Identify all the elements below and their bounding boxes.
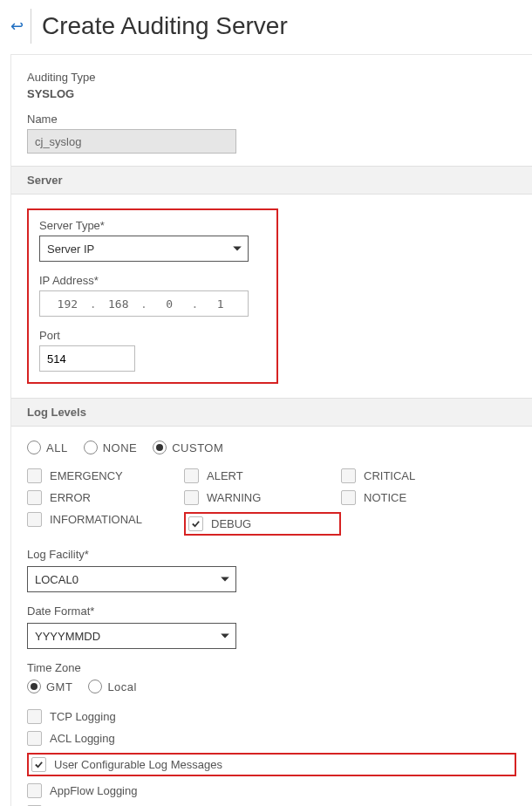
check-notice[interactable]: NOTICE: [341, 490, 415, 505]
page: ↩ Create Auditing Server Auditing Type S…: [0, 0, 532, 806]
chevron-down-icon: [215, 624, 235, 648]
ip-octet-1: 192: [45, 297, 90, 311]
ip-address-label: IP Address*: [39, 274, 266, 287]
check-informational[interactable]: INFORMATIONAL: [27, 512, 184, 527]
log-facility-value: LOCAL0: [35, 573, 78, 586]
auditing-section: Auditing Type SYSLOG Name: [11, 55, 532, 154]
server-type-label: Server Type*: [39, 219, 266, 232]
radio-all[interactable]: ALL: [27, 441, 68, 454]
port-label: Port: [39, 329, 266, 342]
logging-options: TCP Logging ACL Logging User Configurabl…: [27, 709, 516, 806]
check-emergency[interactable]: EMERGENCY: [27, 468, 184, 483]
ip-octet-4: 1: [198, 297, 242, 311]
title-divider: [31, 9, 31, 44]
name-input[interactable]: [27, 129, 236, 154]
radio-custom[interactable]: CUSTOM: [153, 441, 223, 454]
radio-icon: [27, 680, 41, 693]
back-icon[interactable]: ↩: [10, 17, 24, 36]
server-type-value: Server IP: [47, 242, 94, 256]
auditing-type-label: Auditing Type: [27, 71, 516, 84]
ucm-highlight-box: User Configurable Log Messages: [27, 753, 516, 776]
auditing-type-value: SYSLOG: [27, 87, 516, 100]
server-section-header: Server: [11, 166, 532, 195]
radio-icon: [88, 680, 102, 693]
page-title: Create Auditing Server: [42, 12, 522, 40]
radio-icon: [84, 441, 98, 454]
log-facility-select[interactable]: LOCAL0: [27, 566, 236, 592]
check-acl-logging[interactable]: ACL Logging: [27, 731, 516, 746]
radio-gmt[interactable]: GMT: [27, 680, 72, 693]
radio-none[interactable]: NONE: [84, 441, 138, 454]
ip-octet-3: 0: [147, 297, 192, 311]
loglevel-mode-radios: ALL NONE CUSTOM: [27, 441, 516, 454]
check-debug[interactable]: DEBUG: [188, 516, 251, 531]
check-alert[interactable]: ALERT: [184, 468, 341, 483]
port-input[interactable]: [39, 345, 135, 372]
radio-all-label: ALL: [46, 441, 68, 454]
check-user-config-messages[interactable]: User Configurable Log Messages: [31, 757, 222, 772]
checkbox-checked-icon: [31, 757, 46, 772]
date-format-select[interactable]: YYYYMMDD: [27, 623, 236, 649]
loglevel-check-grid: EMERGENCY ERROR INFORMATIONAL ALERT WARN…: [27, 468, 516, 536]
loglevels-section-header: Log Levels: [11, 398, 532, 427]
radio-none-label: NONE: [103, 441, 138, 454]
check-warning[interactable]: WARNING: [184, 490, 341, 505]
radio-icon: [27, 441, 41, 454]
server-type-select[interactable]: Server IP: [39, 236, 249, 262]
server-highlight-box: Server Type* Server IP IP Address* 192. …: [27, 208, 278, 384]
chevron-down-icon: [215, 567, 235, 591]
radio-custom-label: CUSTOM: [172, 441, 223, 454]
check-error[interactable]: ERROR: [27, 490, 184, 505]
name-label: Name: [27, 113, 516, 126]
form: Auditing Type SYSLOG Name Server Server …: [10, 54, 532, 806]
check-critical[interactable]: CRITICAL: [341, 468, 415, 483]
checkbox-checked-icon: [188, 516, 203, 531]
date-format-value: YYYYMMDD: [35, 630, 100, 643]
ip-address-input[interactable]: 192. 168. 0. 1: [39, 290, 249, 317]
check-appflow-logging[interactable]: AppFlow Logging: [27, 783, 516, 798]
ip-octet-2: 168: [96, 297, 140, 311]
radio-local[interactable]: Local: [88, 680, 137, 693]
log-facility-label: Log Facility*: [27, 548, 516, 561]
chevron-down-icon: [227, 236, 248, 261]
check-tcp-logging[interactable]: TCP Logging: [27, 709, 516, 724]
timezone-label: Time Zone: [27, 661, 516, 674]
debug-highlight-box: DEBUG: [184, 512, 341, 536]
date-format-label: Date Format*: [27, 604, 516, 618]
radio-icon: [153, 441, 167, 454]
title-bar: ↩ Create Auditing Server: [0, 0, 532, 54]
